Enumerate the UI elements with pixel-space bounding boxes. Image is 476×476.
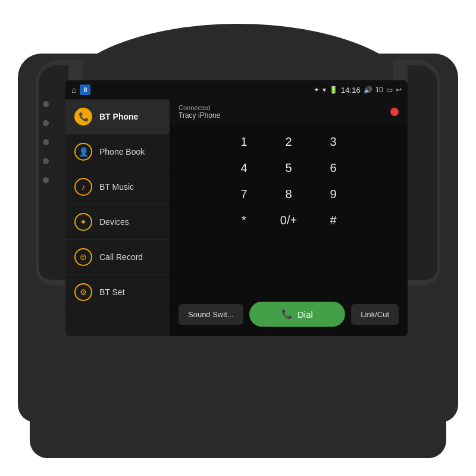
call-record-icon: ⊜ xyxy=(74,248,92,266)
status-right: ✦ ▾ 🔋 14:16 🔊 10 ▭ ↩ xyxy=(314,86,402,95)
dialpad-row-1: 1 2 3 xyxy=(231,130,347,153)
connection-device: Tracy iPhone xyxy=(178,111,220,120)
dial-key-3[interactable]: 3 xyxy=(320,130,347,153)
connection-info: Connected Tracy iPhone xyxy=(178,104,220,120)
connection-status: Connected xyxy=(178,104,220,111)
volume-icon: 🔊 xyxy=(364,86,372,94)
dial-key-5[interactable]: 5 xyxy=(275,156,302,179)
link-cut-button[interactable]: Link/Cut xyxy=(351,304,399,325)
dialpad: 1 2 3 4 5 6 7 8 9 xyxy=(170,124,408,297)
sidebar-label-bt-set: BT Set xyxy=(99,287,125,297)
home-icon[interactable]: ⌂ xyxy=(71,85,76,95)
sidebar-label-phone-book: Phone Book xyxy=(99,147,145,156)
record-indicator xyxy=(390,108,399,116)
main-content: 📞 BT Phone 👤 Phone Book ♪ BT Music ✦ Dev… xyxy=(65,99,408,336)
dial-key-8[interactable]: 8 xyxy=(275,183,302,205)
dial-key-zero[interactable]: 0/+ xyxy=(275,209,302,231)
phone-book-icon: 👤 xyxy=(74,143,92,161)
dash-right-inner xyxy=(408,65,437,280)
sidebar-item-phone-book[interactable]: 👤 Phone Book xyxy=(65,134,170,170)
left-dash-buttons xyxy=(43,101,49,183)
dial-key-6[interactable]: 6 xyxy=(320,156,347,179)
dial-key-2[interactable]: 2 xyxy=(275,130,302,153)
notification-badge: 0 xyxy=(80,84,90,95)
sidebar-item-bt-phone[interactable]: 📞 BT Phone xyxy=(65,99,170,134)
side-btn-3[interactable] xyxy=(43,139,49,145)
phone-dial-icon: 📞 xyxy=(281,309,293,320)
side-btn-5[interactable] xyxy=(43,177,49,183)
volume-level: 10 xyxy=(375,86,383,94)
status-time: 14:16 xyxy=(341,86,361,95)
bottom-bar: Sound Swit... 📞 Dial Link/Cut xyxy=(170,297,408,331)
sidebar-label-bt-phone: BT Phone xyxy=(99,112,138,121)
status-left: ⌂ 0 xyxy=(71,84,310,95)
sound-switch-button[interactable]: Sound Swit... xyxy=(178,304,243,325)
side-btn-2[interactable] xyxy=(43,120,49,126)
dialpad-row-2: 4 5 6 xyxy=(231,156,347,179)
back-icon[interactable]: ↩ xyxy=(396,86,402,94)
sidebar-item-devices[interactable]: ✦ Devices xyxy=(65,205,170,240)
dial-key-hash[interactable]: # xyxy=(320,209,347,231)
sidebar-label-call-record: Call Record xyxy=(99,252,143,262)
dial-key-9[interactable]: 9 xyxy=(320,183,347,205)
dialpad-row-3: 7 8 9 xyxy=(231,183,347,205)
dialpad-row-4: * 0/+ # xyxy=(231,209,347,231)
window-icon: ▭ xyxy=(386,86,393,94)
sidebar-item-bt-music[interactable]: ♪ BT Music xyxy=(65,170,170,205)
status-bar: ⌂ 0 ✦ ▾ 🔋 14:16 🔊 10 ▭ ↩ xyxy=(65,80,408,99)
sidebar: 📞 BT Phone 👤 Phone Book ♪ BT Music ✦ Dev… xyxy=(65,99,170,336)
sidebar-item-call-record[interactable]: ⊜ Call Record xyxy=(65,240,170,275)
dial-key-4[interactable]: 4 xyxy=(231,156,258,179)
right-panel: Connected Tracy iPhone 1 2 3 4 xyxy=(170,99,408,336)
devices-icon: ✦ xyxy=(74,213,92,231)
bt-set-icon: ⚙ xyxy=(74,283,92,301)
dial-key-star[interactable]: * xyxy=(231,209,258,231)
wifi-status-icon: ▾ xyxy=(322,86,326,94)
dial-label: Dial xyxy=(298,309,313,320)
bt-phone-icon: 📞 xyxy=(74,108,92,126)
battery-status-icon: 🔋 xyxy=(329,86,338,94)
bluetooth-status-icon: ✦ xyxy=(314,86,320,94)
side-btn-4[interactable] xyxy=(43,158,49,164)
connection-bar: Connected Tracy iPhone xyxy=(170,99,408,124)
sidebar-item-bt-set[interactable]: ⚙ BT Set xyxy=(65,275,170,310)
dial-button[interactable]: 📞 Dial xyxy=(249,302,346,327)
sidebar-label-devices: Devices xyxy=(99,217,129,227)
dial-key-1[interactable]: 1 xyxy=(231,130,258,153)
dial-key-7[interactable]: 7 xyxy=(231,183,258,205)
sidebar-label-bt-music: BT Music xyxy=(99,182,134,192)
bt-music-icon: ♪ xyxy=(74,178,92,196)
car-bottom xyxy=(30,411,446,458)
car-frame: ⌂ 0 ✦ ▾ 🔋 14:16 🔊 10 ▭ ↩ 📞 BT Phon xyxy=(0,0,476,476)
side-btn-1[interactable] xyxy=(43,101,49,107)
main-screen: ⌂ 0 ✦ ▾ 🔋 14:16 🔊 10 ▭ ↩ 📞 BT Phon xyxy=(65,80,408,336)
